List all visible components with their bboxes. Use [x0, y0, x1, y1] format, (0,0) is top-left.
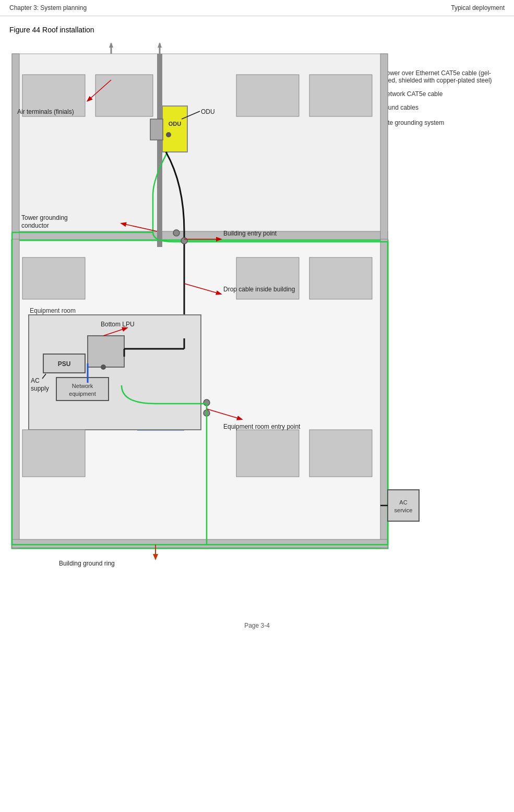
svg-rect-4: [12, 240, 388, 548]
svg-text:Network: Network: [71, 383, 93, 389]
svg-rect-8: [157, 54, 162, 247]
svg-text:Bottom LPU: Bottom LPU: [101, 321, 135, 328]
svg-point-28: [181, 238, 187, 244]
svg-rect-9: [162, 106, 187, 152]
section-label: Typical deployment: [451, 4, 505, 11]
svg-text:AC: AC: [31, 377, 40, 384]
svg-rect-44: [388, 490, 419, 521]
svg-line-58: [88, 80, 111, 101]
svg-text:Equipment room: Equipment room: [30, 307, 76, 314]
svg-line-62: [122, 223, 157, 231]
svg-line-75: [207, 409, 242, 419]
svg-point-30: [204, 410, 210, 416]
svg-text:equipment: equipment: [69, 391, 95, 397]
legend-label-network: Network CAT5e cable: [382, 90, 443, 98]
svg-rect-36: [56, 378, 109, 401]
svg-marker-16: [158, 42, 162, 48]
legend-item-grounding: Site grounding system: [351, 119, 497, 126]
svg-point-12: [166, 132, 171, 137]
svg-rect-0: [12, 54, 388, 242]
svg-text:Air terminals (finials): Air terminals (finials): [17, 108, 74, 115]
svg-rect-1: [12, 231, 388, 241]
svg-line-67: [184, 284, 221, 294]
svg-line-70: [103, 328, 127, 336]
legend-label-poe: Power over Ethernet CAT5e cable (gel-fil…: [382, 69, 497, 84]
legend-item-poe: Power over Ethernet CAT5e cable (gel-fil…: [351, 69, 497, 84]
legend-label-grounding: Site grounding system: [382, 119, 445, 126]
figure-title: Roof installation: [42, 26, 94, 34]
svg-text:supply: supply: [31, 385, 49, 392]
svg-text:ODU: ODU: [168, 121, 181, 127]
svg-text:ODU: ODU: [201, 108, 215, 115]
svg-text:conductor: conductor: [21, 222, 49, 229]
legend-label-odu-ground: ODU ground cables: [364, 104, 419, 111]
legend-dot-gray: [351, 105, 358, 113]
svg-rect-49: [95, 75, 153, 116]
svg-text:Building ground ring: Building ground ring: [59, 560, 115, 567]
svg-line-74: [42, 374, 46, 379]
svg-rect-48: [22, 75, 85, 116]
svg-rect-31: [29, 315, 201, 430]
svg-rect-56: [236, 430, 299, 477]
svg-rect-52: [22, 257, 85, 299]
svg-line-60: [182, 111, 200, 119]
figure-label: Figure 44: [9, 26, 40, 34]
svg-point-27: [173, 230, 180, 236]
legend-item-network: Network CAT5e cable: [351, 90, 497, 98]
svg-rect-50: [236, 75, 299, 116]
legend-line-black: [351, 73, 377, 74]
svg-text:Tower grounding: Tower grounding: [21, 214, 68, 221]
svg-rect-2: [12, 54, 19, 241]
diagram: Power over Ethernet CAT5e cable (gel-fil…: [7, 38, 508, 613]
svg-rect-54: [309, 257, 372, 299]
legend: Power over Ethernet CAT5e cable (gel-fil…: [351, 69, 497, 133]
svg-marker-14: [109, 42, 113, 48]
svg-text:Building entry point: Building entry point: [223, 230, 277, 237]
svg-rect-11: [150, 119, 163, 140]
svg-rect-6: [380, 239, 388, 548]
legend-line-blue: [351, 93, 377, 95]
svg-rect-32: [88, 336, 124, 367]
page-number: Page 3-4: [244, 622, 270, 629]
legend-item-odu-ground: ODU ground cables: [351, 104, 497, 113]
svg-rect-7: [12, 539, 388, 548]
chapter-label: Chapter 3: System planning: [9, 4, 87, 11]
svg-point-29: [204, 399, 210, 406]
svg-rect-5: [12, 239, 19, 548]
svg-marker-24: [153, 554, 158, 560]
svg-rect-34: [43, 354, 85, 373]
svg-rect-57: [309, 430, 372, 477]
svg-text:Drop cable inside building: Drop cable inside building: [223, 286, 295, 293]
svg-rect-53: [236, 257, 299, 299]
legend-line-green: [351, 122, 377, 124]
svg-rect-55: [22, 430, 85, 477]
svg-text:AC: AC: [399, 499, 407, 505]
svg-text:PSU: PSU: [57, 360, 70, 368]
svg-text:Equipment room entry point: Equipment room entry point: [223, 423, 301, 430]
svg-point-33: [101, 364, 106, 370]
svg-text:service: service: [394, 507, 412, 513]
